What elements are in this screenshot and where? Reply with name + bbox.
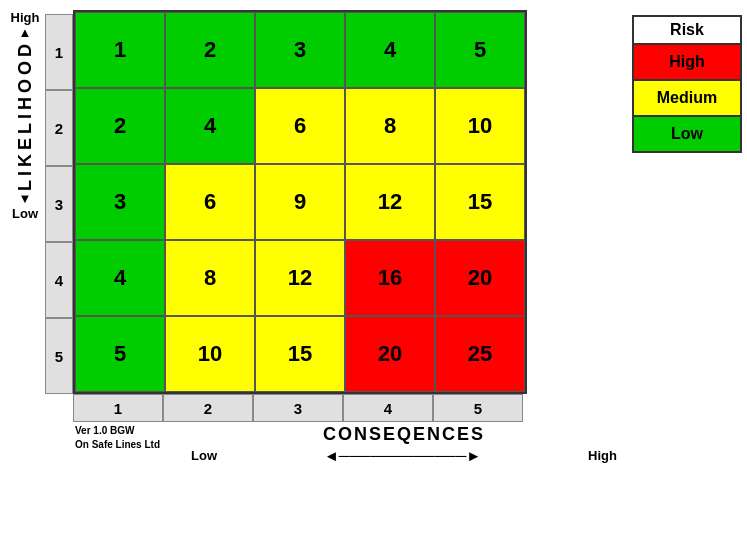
col-num-1: 1 [73, 394, 163, 422]
col-numbers: 12345 [73, 394, 617, 422]
row-num-3: 3 [45, 166, 73, 242]
x-high-label: High [588, 448, 617, 463]
cell-5-4: 20 [345, 316, 435, 392]
matrix-row-2: 246810 [75, 88, 525, 164]
matrix-row-1: 12345 [75, 12, 525, 88]
legend-medium: Medium [632, 81, 742, 117]
row-numbers: 54321 [45, 10, 73, 394]
grid-wrapper: 54321 5101520254812162036912152468101234… [45, 10, 617, 394]
cell-3-2: 6 [165, 164, 255, 240]
row-num-4: 4 [45, 242, 73, 318]
cell-4-3: 12 [255, 240, 345, 316]
cell-1-5: 5 [435, 12, 525, 88]
cell-1-1: 1 [75, 12, 165, 88]
cell-5-5: 25 [435, 316, 525, 392]
legend-low: Low [632, 117, 742, 153]
y-high-label: High [11, 10, 40, 25]
matrix-row-5: 510152025 [75, 316, 525, 392]
cell-4-5: 20 [435, 240, 525, 316]
col-num-4: 4 [343, 394, 433, 422]
y-axis: High ▲ LIKELIHOOD ▼ Low [5, 10, 45, 281]
cell-5-3: 15 [255, 316, 345, 392]
matrix-row-3: 3691215 [75, 164, 525, 240]
col-num-3: 3 [253, 394, 343, 422]
cell-2-4: 8 [345, 88, 435, 164]
cell-1-2: 2 [165, 12, 255, 88]
cell-5-1: 5 [75, 316, 165, 392]
cell-3-3: 9 [255, 164, 345, 240]
consequences-label: CONSEQENCES [191, 422, 617, 447]
y-arrow-down: ▼ [19, 191, 32, 206]
cell-2-2: 4 [165, 88, 255, 164]
cell-1-3: 3 [255, 12, 345, 88]
row-num-2: 2 [45, 90, 73, 166]
cell-2-3: 6 [255, 88, 345, 164]
cell-4-2: 8 [165, 240, 255, 316]
matrix-row-4: 48121620 [75, 240, 525, 316]
legend-high: High [632, 45, 742, 81]
version-text: Ver 1.0 BGWOn Safe Lines Ltd [73, 424, 163, 464]
x-low-label: Low [191, 448, 217, 463]
y-arrow-up: ▲ [19, 25, 32, 40]
x-axis-row: Low ◄────────────► High [191, 447, 617, 464]
page-container: High ▲ LIKELIHOOD ▼ Low 54321 5101520254… [0, 0, 747, 552]
cell-1-4: 4 [345, 12, 435, 88]
cell-5-2: 10 [165, 316, 255, 392]
x-arrow: ◄────────────► [221, 447, 584, 464]
cell-4-1: 4 [75, 240, 165, 316]
risk-matrix: 51015202548121620369121524681012345 [73, 10, 527, 394]
cell-3-1: 3 [75, 164, 165, 240]
cell-2-5: 10 [435, 88, 525, 164]
legend: Risk High Medium Low [632, 15, 742, 153]
row-num-1: 1 [45, 14, 73, 90]
legend-title: Risk [632, 15, 742, 45]
col-num-5: 5 [433, 394, 523, 422]
cell-3-4: 12 [345, 164, 435, 240]
cell-3-5: 15 [435, 164, 525, 240]
cell-2-1: 2 [75, 88, 165, 164]
y-axis-label: LIKELIHOOD [15, 40, 36, 191]
col-num-2: 2 [163, 394, 253, 422]
row-num-5: 5 [45, 318, 73, 394]
cell-4-4: 16 [345, 240, 435, 316]
y-low-label: Low [12, 206, 38, 221]
grid-section: 54321 5101520254812162036912152468101234… [45, 10, 617, 464]
